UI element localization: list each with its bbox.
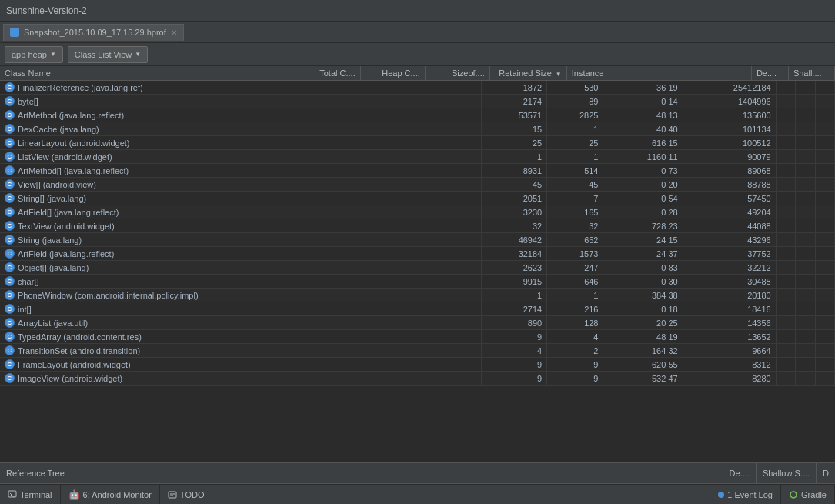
instance-cell (776, 122, 795, 136)
sizeof-cell: 0 30 (603, 275, 683, 289)
table-row[interactable]: CArtMethod[] (java.lang.reflect)89315140… (0, 164, 835, 178)
col-heap-count[interactable]: Heap C.... (360, 66, 425, 81)
svg-point-5 (790, 492, 797, 498)
total-count-cell: 890 (482, 316, 547, 330)
table-row[interactable]: CString (java.lang)4694265224 1543296 (0, 233, 835, 247)
shall-cell (815, 205, 834, 219)
class-c-icon: C (5, 359, 15, 369)
table-row[interactable]: CArrayList (java.util)89012820 2514356 (0, 316, 835, 330)
class-c-icon: C (5, 235, 15, 245)
table-row[interactable]: CListView (android.widget)111160 1190079 (0, 150, 835, 164)
shall-cell (815, 372, 834, 386)
table-row[interactable]: CLinearLayout (android.widget)2525616 15… (0, 136, 835, 150)
class-name-text: String (java.lang) (18, 235, 82, 245)
instance-cell (776, 233, 795, 247)
table-header: Class Name Total C.... Heap C.... Sizeof… (0, 66, 835, 81)
table-row[interactable]: CObject[] (java.lang)26232470 8332212 (0, 261, 835, 275)
table-row[interactable]: Cbyte[]2174890 141404996 (0, 95, 835, 108)
retained-size-cell: 135600 (683, 108, 776, 122)
heap-count-cell: 2825 (547, 108, 603, 122)
de-cell (796, 316, 815, 330)
table-row[interactable]: CDexCache (java.lang)15140 40101134 (0, 122, 835, 136)
shall-cell (815, 316, 834, 330)
class-c-icon: C (5, 193, 15, 203)
sizeof-cell: 0 73 (603, 164, 683, 178)
class-name-text: char[] (18, 277, 39, 286)
title-bar: Sunshine-Version-2 (0, 0, 835, 22)
table-row[interactable]: CTypedArray (android.content.res)9448 19… (0, 330, 835, 344)
view-dropdown[interactable]: Class List View ▼ (68, 46, 148, 63)
table-row[interactable]: CArtMethod (java.lang.reflect)5357128254… (0, 108, 835, 122)
retained-size-cell: 1404996 (683, 95, 776, 108)
de-cell (796, 219, 815, 233)
instance-cell (776, 150, 795, 164)
table-scroll[interactable]: CFinalizerReference (java.lang.ref)18725… (0, 81, 835, 458)
total-count-cell: 2174 (482, 95, 547, 108)
retained-size-cell: 25412184 (683, 81, 776, 95)
retained-size-cell: 49204 (683, 205, 776, 219)
shall-cell (815, 164, 834, 178)
sizeof-cell: 24 37 (603, 247, 683, 261)
class-c-icon: C (5, 124, 15, 134)
sizeof-cell: 40 40 (603, 122, 683, 136)
sizeof-cell: 48 13 (603, 108, 683, 122)
table-row[interactable]: CString[] (java.lang)205170 5457450 (0, 192, 835, 205)
close-tab-icon[interactable]: ✕ (171, 28, 177, 37)
reference-tree-bar: Reference Tree De.... Shallow S.... D (0, 462, 835, 484)
table-row[interactable]: CArtField[] (java.lang.reflect)32301650 … (0, 205, 835, 219)
class-name-cell: CDexCache (java.lang) (0, 122, 482, 136)
table-row[interactable]: CTransitionSet (android.transition)42164… (0, 344, 835, 358)
class-name-text: ArtMethod[] (java.lang.reflect) (18, 166, 129, 175)
class-data-table: CFinalizerReference (java.lang.ref)18725… (0, 81, 835, 386)
table-row[interactable]: CImageView (android.widget)99532 478280 (0, 372, 835, 386)
total-count-cell: 2051 (482, 192, 547, 205)
col-instance[interactable]: Instance (566, 66, 751, 81)
todo-icon (168, 490, 177, 499)
table-row[interactable]: CTextView (android.widget)3232728 234408… (0, 219, 835, 233)
col-total-count[interactable]: Total C.... (296, 66, 360, 81)
table-row[interactable]: CFrameLayout (android.widget)99620 55831… (0, 358, 835, 372)
terminal-btn[interactable]: Terminal (0, 485, 61, 504)
class-name-text: ArtMethod (java.lang.reflect) (18, 111, 124, 120)
col-class-name[interactable]: Class Name (0, 66, 296, 81)
class-c-icon: C (5, 110, 15, 120)
table-row[interactable]: CArtField (java.lang.reflect)32184157324… (0, 247, 835, 261)
sizeof-cell: 0 83 (603, 261, 683, 275)
table-row[interactable]: CPhoneWindow (com.android.internal.polic… (0, 289, 835, 302)
retained-size-cell: 90079 (683, 150, 776, 164)
heap-dropdown[interactable]: app heap ▼ (5, 46, 63, 63)
col-retained-size[interactable]: Retained Size ▼ (489, 66, 566, 81)
retained-size-cell: 20180 (683, 289, 776, 302)
table-row[interactable]: Cchar[]99156460 3030488 (0, 275, 835, 289)
class-name-text: View[] (android.view) (18, 180, 96, 189)
total-count-cell: 9915 (482, 275, 547, 289)
table-row[interactable]: CView[] (android.view)45450 2088788 (0, 178, 835, 192)
sizeof-cell: 384 38 (603, 289, 683, 302)
de-cell (796, 150, 815, 164)
event-log-btn[interactable]: 1 Event Log (710, 485, 781, 504)
view-dropdown-label: Class List View (75, 50, 132, 59)
retained-size-cell: 57450 (683, 192, 776, 205)
instance-cell (776, 344, 795, 358)
total-count-cell: 53571 (482, 108, 547, 122)
total-count-cell: 1872 (482, 81, 547, 95)
snapshot-tab[interactable]: Snapshot_2015.10.09_17.15.29.hprof ✕ (3, 24, 184, 41)
retained-size-cell: 32212 (683, 261, 776, 275)
col-sizeof[interactable]: Sizeof.... (425, 66, 489, 81)
android-monitor-btn[interactable]: 🤖 6: Android Monitor (61, 485, 160, 504)
de-cell (796, 372, 815, 386)
sizeof-cell: 36 19 (603, 81, 683, 95)
de-cell (796, 136, 815, 150)
col-de[interactable]: De.... (751, 66, 788, 81)
heap-dropdown-label: app heap (12, 50, 47, 59)
todo-btn[interactable]: TODO (160, 485, 213, 504)
gradle-btn[interactable]: Gradle (781, 485, 835, 504)
gradle-icon (789, 490, 798, 499)
heap-count-cell: 9 (547, 358, 603, 372)
class-name-text: byte[] (18, 97, 38, 106)
class-name-cell: CFinalizerReference (java.lang.ref) (0, 81, 482, 95)
table-row[interactable]: Cint[]27142160 1818416 (0, 302, 835, 316)
col-shall[interactable]: Shall.... (788, 66, 834, 81)
table-row[interactable]: CFinalizerReference (java.lang.ref)18725… (0, 81, 835, 95)
heap-count-cell: 4 (547, 330, 603, 344)
